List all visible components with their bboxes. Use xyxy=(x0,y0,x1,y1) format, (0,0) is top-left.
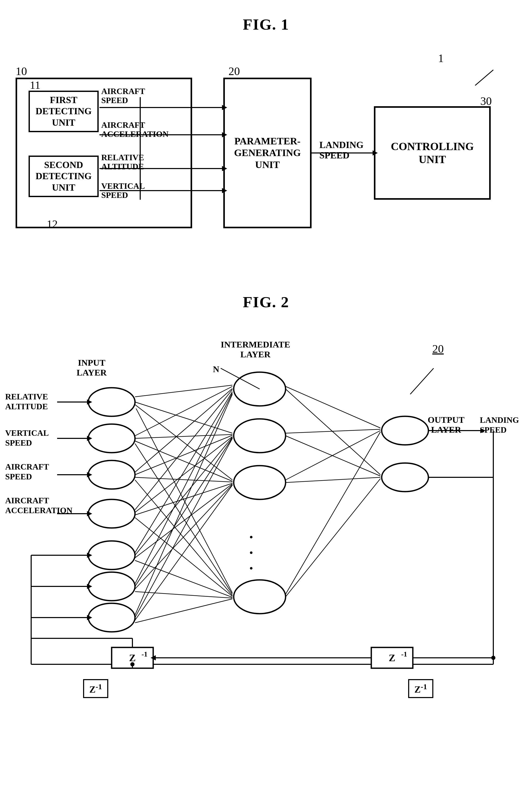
svg-line-75 xyxy=(286,387,380,428)
svg-point-29 xyxy=(234,466,286,500)
svg-point-31 xyxy=(382,416,429,445)
svg-line-71 xyxy=(135,394,232,615)
svg-point-30 xyxy=(234,580,286,614)
svg-point-32 xyxy=(382,463,429,492)
svg-point-25 xyxy=(88,572,135,601)
svg-point-20 xyxy=(88,388,135,416)
svg-line-57 xyxy=(135,477,232,482)
svg-point-22 xyxy=(88,460,135,489)
fig2-title: FIG. 2 xyxy=(0,278,532,311)
block-12-second-detecting-unit: SECONDDETECTINGUNIT xyxy=(28,155,99,197)
ref-1: 1 xyxy=(438,52,444,65)
ref-10-label: 10 xyxy=(16,65,27,78)
svg-point-23 xyxy=(88,500,135,528)
svg-text:Z: Z xyxy=(129,652,135,663)
svg-line-62 xyxy=(135,518,232,596)
svg-line-86 xyxy=(410,368,434,394)
fig1-title: FIG. 1 xyxy=(0,0,532,34)
svg-point-26 xyxy=(88,603,135,632)
fig2-diagram: 20 INPUTLAYER INTERMEDIATELAYER N OUTPUT… xyxy=(0,316,532,732)
svg-line-79 xyxy=(286,431,380,480)
svg-line-53 xyxy=(135,441,232,481)
ref-30-label: 30 xyxy=(480,95,492,108)
svg-line-65 xyxy=(135,484,232,558)
svg-line-76 xyxy=(286,389,380,475)
fig1-diagram: 1 10 FIRSTDETECTINGUNIT 11 SECONDDETECTI… xyxy=(0,44,532,278)
svg-point-28 xyxy=(234,419,286,453)
svg-marker-84 xyxy=(480,428,486,433)
svg-line-54 xyxy=(135,444,232,594)
block-11-first-detecting-unit: FIRSTDETECTINGUNIT xyxy=(28,91,99,132)
signal-relative-alt: RELATIVEALTITUDE xyxy=(101,153,144,171)
svg-line-74 xyxy=(135,599,232,623)
block-30-controlling-unit: CONTROLLINGUNIT xyxy=(374,106,491,200)
signal-landing-speed: LANDINGSPEED xyxy=(319,140,363,161)
svg-line-60 xyxy=(135,436,232,512)
svg-point-24 xyxy=(88,541,135,569)
signal-aircraft-accel: AIRCRAFTACCELERATION xyxy=(101,120,169,139)
svg-text:-1: -1 xyxy=(401,650,407,658)
svg-text:-1: -1 xyxy=(141,650,148,658)
svg-line-82 xyxy=(286,478,380,597)
svg-line-70 xyxy=(135,591,232,598)
ref-12-label: 12 xyxy=(47,218,58,230)
svg-line-66 xyxy=(135,560,232,597)
svg-line-77 xyxy=(286,429,380,433)
ref-20-label: 20 xyxy=(228,65,240,78)
svg-line-0 xyxy=(475,70,493,86)
signal-vertical-speed: VERTICALSPEED xyxy=(101,182,145,200)
signal-aircraft-speed: AIRCRAFTSPEED xyxy=(101,87,145,105)
ref-11-label: 11 xyxy=(30,79,40,91)
svg-line-68 xyxy=(135,438,232,586)
svg-point-21 xyxy=(88,424,135,453)
svg-line-47 xyxy=(135,385,232,397)
block-20-parameter-generating-unit: PARAMETER-GENERATINGUNIT xyxy=(223,78,311,228)
svg-text:Z: Z xyxy=(389,652,395,663)
fig2-neural-network: Z -1 Z -1 xyxy=(0,316,532,732)
svg-line-59 xyxy=(135,390,232,510)
svg-point-107 xyxy=(491,656,495,660)
svg-line-80 xyxy=(286,477,380,483)
